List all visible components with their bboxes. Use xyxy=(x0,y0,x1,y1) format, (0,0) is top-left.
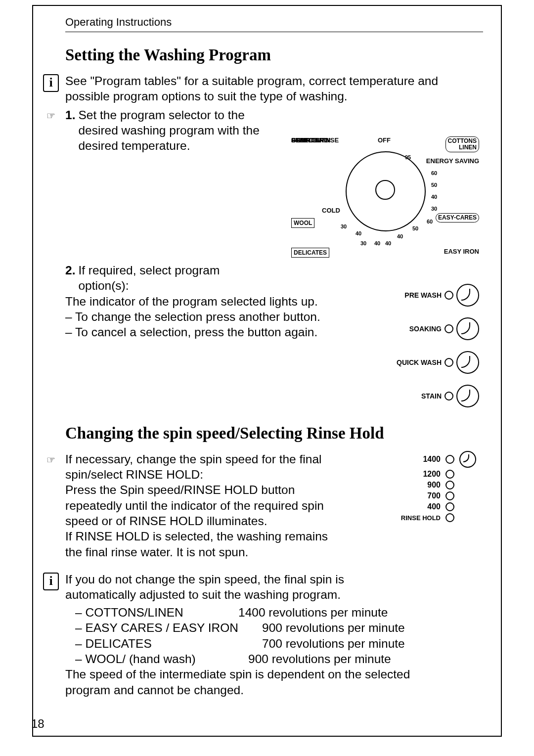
dial-temp: 40 xyxy=(374,240,380,246)
spin-speed-1200: 1200 xyxy=(377,470,476,479)
dial-label-easy-cares: EASY-CARES xyxy=(436,213,479,222)
dial-label-wool: WOOL xyxy=(291,218,314,228)
dial-label-easy-iron: EASY IRON xyxy=(444,248,479,255)
step2-line1: If required, select program option(s): xyxy=(78,263,246,294)
pointing-hand-icon: ☞ xyxy=(43,110,59,123)
dial-temp: 60 xyxy=(431,170,437,176)
info-icon: i xyxy=(43,74,59,92)
option-button[interactable] xyxy=(456,317,479,340)
program-selector-dial: SHORT SPIN SPIN PUMP OUT STARCHING GENTL… xyxy=(291,136,479,265)
step1-text: Set the program selector to the desired … xyxy=(78,107,266,154)
dial-label-delicates: DELICATES xyxy=(291,248,329,258)
spin-speed-1400: 1400 xyxy=(377,451,476,468)
dial-label-gentle-rinse: GENTLE RINSE xyxy=(291,136,339,144)
page-frame: Operating Instructions Setting the Washi… xyxy=(32,5,502,737)
led-icon xyxy=(445,502,454,511)
program-options-panel: PRE WASH SOAKING QUICK WASH STAIN xyxy=(395,278,479,418)
option-button[interactable] xyxy=(456,351,479,374)
option-stain: STAIN xyxy=(395,385,479,407)
spin-speed-indicator-panel: 1400 1200 900 700 400 RINSE HOLD xyxy=(377,449,476,524)
spin-speed-button[interactable] xyxy=(459,451,476,468)
option-button[interactable] xyxy=(456,385,479,407)
spin-speed-700: 700 xyxy=(377,491,476,500)
rpm-row: – WOOL/ (hand wash)900 revolutions per m… xyxy=(75,651,483,667)
section-title-spin-speed: Changing the spin speed/Selecting Rinse … xyxy=(65,424,483,443)
rpm-table: – COTTONS/LINEN1400 revolutions per minu… xyxy=(65,605,483,667)
dial-label-cold: COLD xyxy=(322,207,340,214)
dial-temp: 50 xyxy=(412,225,418,231)
rpm-row: – COTTONS/LINEN1400 revolutions per minu… xyxy=(75,605,483,620)
step2-bullet1: – To change the selection press another … xyxy=(65,309,342,324)
step2-line2: The indicator of the program selected li… xyxy=(65,294,342,309)
led-icon xyxy=(445,291,453,300)
led-icon xyxy=(445,481,454,489)
pointing-hand-icon: ☞ xyxy=(43,454,59,467)
rpm-row: – EASY CARES / EASY IRON900 revolutions … xyxy=(75,620,483,635)
spin-speed-400: 400 xyxy=(377,502,476,511)
section-title-setting-washing-program: Setting the Washing Program xyxy=(65,46,483,64)
option-quick-wash: QUICK WASH xyxy=(395,351,479,374)
spin-para1: If necessary, change the spin speed for … xyxy=(65,451,342,483)
dial-temp: 30 xyxy=(431,206,437,212)
option-pre-wash: PRE WASH xyxy=(395,284,479,307)
led-icon xyxy=(445,392,453,400)
spin-footer: The speed of the intermediate spin is de… xyxy=(65,667,421,698)
info-spin-defaults: i If you do not change the spin speed, t… xyxy=(43,572,483,698)
dial-temp: 50 xyxy=(431,182,437,188)
led-icon xyxy=(445,455,454,464)
page-number: 18 xyxy=(31,717,44,731)
spin-rinse-hold: RINSE HOLD xyxy=(377,513,476,522)
dial-label-off: OFF xyxy=(378,136,391,144)
step-number-2: 2. xyxy=(65,263,75,278)
info-icon: i xyxy=(43,573,59,590)
dial-temp: 95 xyxy=(405,154,411,160)
intro-text: See "Program tables" for a suitable prog… xyxy=(65,73,483,104)
led-icon xyxy=(445,513,454,522)
page-header: Operating Instructions xyxy=(65,16,483,32)
led-icon xyxy=(445,324,453,333)
option-soaking: SOAKING xyxy=(395,317,479,340)
rpm-row: – DELICATES700 revolutions per minute xyxy=(75,636,483,651)
intro-row: i See "Program tables" for a suitable pr… xyxy=(43,73,483,104)
dial-temp: 40 xyxy=(356,230,361,236)
spin-para3: If RINSE HOLD is selected, the washing r… xyxy=(65,529,342,560)
dial-temp: 40 xyxy=(385,240,391,246)
led-icon xyxy=(445,470,454,479)
dial-label-cottons-linen: COTTONSLINEN xyxy=(445,136,479,152)
led-icon xyxy=(445,491,454,500)
dial-temp: 60 xyxy=(427,219,433,224)
dial-temp: 30 xyxy=(360,240,366,246)
step2-bullet2: – To cancel a selection, press the butto… xyxy=(65,324,342,340)
step-number-1: 1. xyxy=(65,107,75,123)
dial-temp: 40 xyxy=(397,233,403,239)
spin-para2: Press the Spin speed/RINSE HOLD button r… xyxy=(65,482,342,529)
spin-info1: If you do not change the spin speed, the… xyxy=(65,572,382,603)
option-button[interactable] xyxy=(456,284,479,307)
led-icon xyxy=(445,358,453,367)
dial-temp: 40 xyxy=(431,194,437,200)
dial-label-energy-saving: ENERGY SAVING xyxy=(426,157,479,165)
dial-temp: 30 xyxy=(341,223,347,229)
spin-speed-900: 900 xyxy=(377,481,476,489)
